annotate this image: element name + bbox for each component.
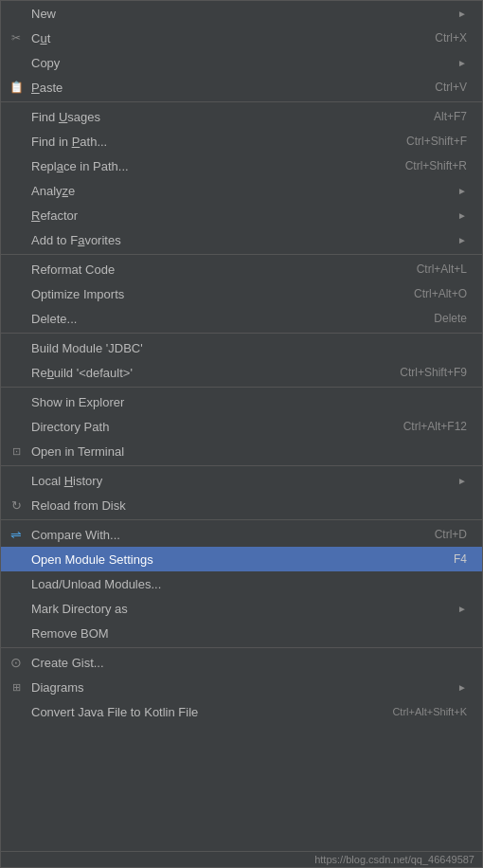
menu-item-copy-label: Copy	[31, 56, 450, 70]
menu-item-reformat-code-shortcut: Ctrl+Alt+L	[417, 262, 467, 276]
menu-item-remove-bom-label: Remove BOM	[31, 626, 467, 641]
divider-5	[1, 465, 482, 466]
menu-item-open-module-settings-shortcut: F4	[454, 552, 467, 566]
menu-item-diagrams[interactable]: ⊞ Diagrams ►	[1, 675, 482, 699]
menu-item-build-module-label: Build Module 'JDBC'	[31, 341, 467, 355]
menu-item-convert-java-shortcut: Ctrl+Alt+Shift+K	[392, 706, 467, 717]
menu-item-reformat-code-label: Reformat Code	[31, 262, 379, 277]
menu-item-convert-java-label: Convert Java File to Kotlin File	[31, 705, 354, 719]
menu-item-find-usages[interactable]: Find Usages Alt+F7	[1, 104, 482, 129]
menu-item-replace-in-path-label: Replace in Path...	[31, 159, 367, 173]
menu-item-optimize-imports[interactable]: Optimize Imports Ctrl+Alt+O	[1, 281, 482, 306]
menu-item-create-gist[interactable]: ⊙ Create Gist...	[1, 650, 482, 675]
paste-icon: 📋	[9, 80, 24, 95]
menu-item-directory-path-label: Directory Path	[31, 420, 366, 434]
menu-item-refactor-arrow: ►	[457, 210, 467, 221]
menu-item-rebuild[interactable]: Rebuild '<default>' Ctrl+Shift+F9	[1, 360, 482, 385]
menu-item-reformat-code[interactable]: Reformat Code Ctrl+Alt+L	[1, 257, 482, 281]
menu-item-delete-label: Delete...	[31, 312, 396, 326]
menu-item-replace-in-path[interactable]: Replace in Path... Ctrl+Shift+R	[1, 154, 482, 178]
menu-item-rebuild-label: Rebuild '<default>'	[31, 366, 362, 380]
menu-item-find-in-path[interactable]: Find in Path... Ctrl+Shift+F	[1, 129, 482, 154]
menu-item-cut[interactable]: ✂ Cut Ctrl+X	[1, 26, 482, 50]
menu-item-copy-arrow: ►	[457, 58, 467, 68]
menu-item-analyze-arrow: ►	[457, 186, 467, 196]
menu-item-optimize-imports-label: Optimize Imports	[31, 287, 376, 301]
menu-item-load-unload-modules-label: Load/Unload Modules...	[31, 577, 467, 591]
menu-item-compare-with[interactable]: ⇌ Compare With... Ctrl+D	[1, 522, 482, 547]
menu-item-find-in-path-shortcut: Ctrl+Shift+F	[406, 135, 467, 148]
menu-item-mark-directory-as-label: Mark Directory as	[31, 602, 450, 616]
menu-item-replace-in-path-shortcut: Ctrl+Shift+R	[405, 159, 467, 172]
divider-7	[1, 647, 482, 648]
menu-item-analyze-label: Analyze	[31, 184, 450, 198]
menu-item-add-to-favorites-label: Add to Favorites	[31, 233, 450, 247]
status-bar-url: https://blog.csdn.net/qq_46649587	[314, 854, 474, 865]
menu-item-paste-label: Paste	[31, 81, 397, 95]
cut-icon: ✂	[9, 30, 24, 45]
github-icon: ⊙	[9, 655, 24, 670]
menu-item-new[interactable]: New ►	[1, 1, 482, 26]
menu-item-cut-shortcut: Ctrl+X	[435, 31, 467, 45]
menu-item-add-to-favorites[interactable]: Add to Favorites ►	[1, 227, 482, 252]
menu-item-paste[interactable]: 📋 Paste Ctrl+V	[1, 75, 482, 99]
menu-item-compare-with-shortcut: Ctrl+D	[435, 528, 467, 541]
menu-item-reload-from-disk-label: Reload from Disk	[31, 498, 467, 513]
menu-item-local-history-label: Local History	[31, 474, 450, 488]
menu-item-add-to-favorites-arrow: ►	[457, 235, 467, 245]
menu-item-diagrams-label: Diagrams	[31, 680, 450, 695]
menu-item-open-in-terminal[interactable]: ⊡ Open in Terminal	[1, 439, 482, 463]
menu-item-delete-shortcut: Delete	[434, 312, 467, 325]
menu-item-cut-label: Cut	[31, 31, 397, 45]
menu-item-local-history[interactable]: Local History ►	[1, 468, 482, 493]
status-bar: https://blog.csdn.net/qq_46649587	[1, 851, 482, 867]
menu-item-build-module[interactable]: Build Module 'JDBC'	[1, 335, 482, 360]
menu-item-delete[interactable]: Delete... Delete	[1, 306, 482, 331]
compare-icon: ⇌	[9, 527, 24, 542]
terminal-icon: ⊡	[9, 443, 24, 459]
menu-item-refactor[interactable]: Refactor ►	[1, 203, 482, 227]
menu-item-compare-with-label: Compare With...	[31, 528, 397, 542]
divider-4	[1, 387, 482, 388]
menu-item-analyze[interactable]: Analyze ►	[1, 178, 482, 203]
diagrams-icon: ⊞	[9, 679, 24, 695]
menu-item-create-gist-label: Create Gist...	[31, 656, 467, 670]
divider-2	[1, 254, 482, 255]
menu-item-show-in-explorer-label: Show in Explorer	[31, 395, 467, 409]
menu-item-open-in-terminal-label: Open in Terminal	[31, 444, 467, 459]
menu-item-mark-directory-as[interactable]: Mark Directory as ►	[1, 596, 482, 621]
menu-item-new-label: New	[31, 7, 450, 21]
menu-item-remove-bom[interactable]: Remove BOM	[1, 621, 482, 645]
menu-item-rebuild-shortcut: Ctrl+Shift+F9	[400, 366, 467, 379]
menu-item-open-module-settings[interactable]: Open Module Settings F4	[1, 547, 482, 571]
divider-6	[1, 519, 482, 520]
menu-item-load-unload-modules[interactable]: Load/Unload Modules...	[1, 571, 482, 596]
menu-item-reload-from-disk[interactable]: ↻ Reload from Disk	[1, 493, 482, 517]
menu-item-convert-java[interactable]: Convert Java File to Kotlin File Ctrl+Al…	[1, 699, 482, 724]
menu-item-refactor-label: Refactor	[31, 208, 450, 223]
divider-1	[1, 101, 482, 102]
menu-item-optimize-imports-shortcut: Ctrl+Alt+O	[414, 287, 467, 300]
menu-item-mark-directory-as-arrow: ►	[457, 604, 467, 614]
divider-3	[1, 333, 482, 334]
menu-item-new-arrow: ►	[457, 9, 467, 19]
menu-item-find-usages-label: Find Usages	[31, 110, 396, 124]
menu-item-diagrams-arrow: ►	[457, 682, 467, 693]
menu-item-find-usages-shortcut: Alt+F7	[434, 110, 467, 123]
menu-item-open-module-settings-label: Open Module Settings	[31, 552, 416, 567]
menu-item-show-in-explorer[interactable]: Show in Explorer	[1, 389, 482, 414]
context-menu: New ► ✂ Cut Ctrl+X Copy ► 📋 Paste Ctrl+V…	[0, 0, 483, 868]
menu-item-paste-shortcut: Ctrl+V	[435, 81, 467, 94]
menu-item-find-in-path-label: Find in Path...	[31, 135, 368, 149]
reload-icon: ↻	[9, 497, 24, 513]
menu-item-directory-path-shortcut: Ctrl+Alt+F12	[403, 420, 467, 433]
menu-item-copy[interactable]: Copy ►	[1, 50, 482, 75]
menu-item-directory-path[interactable]: Directory Path Ctrl+Alt+F12	[1, 414, 482, 439]
menu-item-local-history-arrow: ►	[457, 476, 467, 486]
